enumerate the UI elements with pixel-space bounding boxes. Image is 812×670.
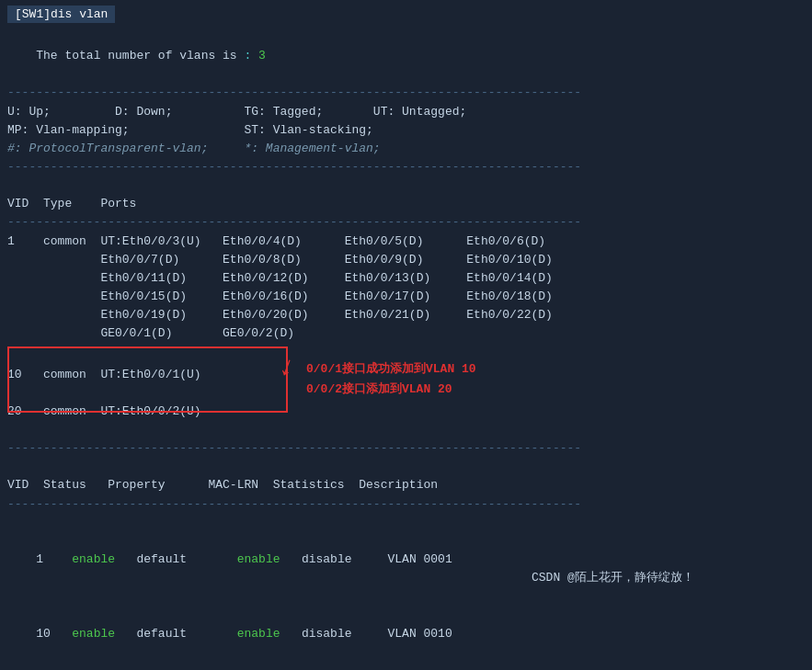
csdn-text: CSDN @陌上花开，静待绽放！ [532,569,694,587]
vlan10-property: default [115,627,237,641]
annotation: 0/0/1接口成功添加到VLAN 10 0/0/2接口添加到VLAN 20 [306,359,476,400]
vlan10-id: 10 [36,627,72,641]
vlan10-stats: disable VLAN 0010 [280,627,452,641]
separator-1: ----------------------------------------… [7,84,805,102]
vlan1-row4: Eth0/0/15(D) Eth0/0/16(D) Eth0/0/17(D) E… [7,288,805,306]
table-header-1: VID Type Ports [7,195,805,213]
legend-line-1: U: Up; D: Down; TG: Tagged; UT: Untagged… [7,103,805,121]
separator-3: ----------------------------------------… [7,213,805,232]
vlan20-row: 20 common UT:Eth0/0/2(U) [7,403,805,421]
separator-4: ----------------------------------------… [7,439,805,458]
vlan1-row5: Eth0/0/19(D) Eth0/0/20(D) Eth0/0/21(D) E… [7,306,805,324]
vlan1-row6: GE0/0/1(D) GE0/0/2(D) [7,324,805,343]
vlan1-row2: Eth0/0/7(D) Eth0/0/8(D) Eth0/0/9(D) Eth0… [7,251,805,269]
vlan1-row3: Eth0/0/11(D) Eth0/0/12(D) Eth0/0/13(D) E… [7,269,805,288]
colon: : [244,49,258,62]
vlan1-stats: disable VLAN 0001 [280,552,452,566]
vlan10-status-val: enable [72,627,115,641]
total-vlans-line: The total number of vlans is : 3 [7,28,805,84]
table-header-2: VID Status Property MAC-LRN Statistics D… [7,476,805,494]
vlan1-id: 1 [36,552,72,566]
legend-line-2: MP: Vlan-mapping; ST: Vlan-stacking; [7,121,805,140]
blank-4 [7,421,805,439]
total-text: The total number of vlans is [36,49,244,62]
vlan10-status-row: 10 enable default enable disable VLAN 00… [7,606,805,661]
separator-5: ----------------------------------------… [7,495,805,514]
blank-6 [7,514,805,532]
vlan1-maclrn: enable [237,552,280,566]
vlan-count: 3 [258,49,266,62]
terminal: [SW1]dis vlan The total number of vlans … [0,0,812,670]
annotation-line-2: 0/0/2接口添加到VLAN 20 [306,380,476,400]
vlan10-maclrn: enable [237,627,280,641]
vlan1-status-row: 1 enable default enable disable VLAN 000… [7,532,805,607]
vlan1-row1: 1 common UT:Eth0/0/3(U) Eth0/0/4(D) Eth0… [7,233,805,251]
vlan1-status-val: enable [72,552,115,566]
vlan1-property: default [115,552,237,566]
annotation-line-1: 0/0/1接口成功添加到VLAN 10 [306,359,476,380]
legend-line-3: #: ProtocolTransparent-vlan; *: Manageme… [7,140,805,158]
blank-1 [7,176,805,195]
separator-2: ----------------------------------------… [7,158,805,176]
title-bar: [SW1]dis vlan [7,6,115,23]
blank-5 [7,458,805,476]
